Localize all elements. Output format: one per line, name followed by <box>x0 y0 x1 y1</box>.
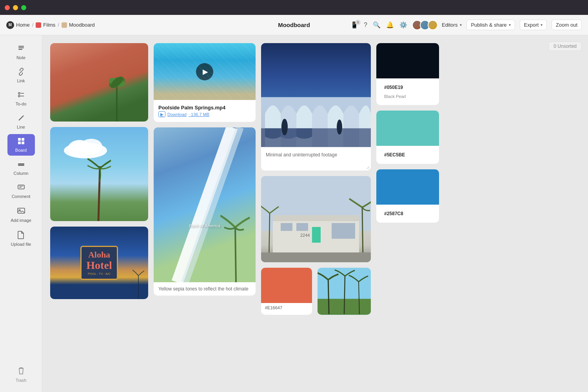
svg-rect-40 <box>332 223 355 239</box>
orange-swatch-card[interactable]: #E16647 <box>261 268 312 315</box>
svg-rect-44 <box>261 252 371 262</box>
device-badge: 0 <box>355 20 361 25</box>
sidebar-item-line[interactable]: Line <box>7 111 35 132</box>
sidebar-item-upload-file[interactable]: Upload file <box>6 227 36 250</box>
sidebar-item-board[interactable]: Board <box>7 134 35 156</box>
sidebar-item-link[interactable]: Link <box>7 65 35 86</box>
note-icon <box>17 45 25 54</box>
svg-rect-41 <box>312 227 321 243</box>
unsorted-badge: 0 Unsorted <box>548 42 582 51</box>
close-button[interactable] <box>5 5 10 10</box>
svg-rect-38 <box>281 223 292 231</box>
publish-share-button[interactable]: Publish & share ▾ <box>466 20 515 30</box>
bank-caption: Yellow sepia tones to reflect the hot cl… <box>154 282 256 296</box>
orange-swatch-block <box>261 268 312 303</box>
page-title: Moodboard <box>278 22 310 28</box>
black-pearl-swatch[interactable]: #050E19 Black Pearl <box>376 43 439 105</box>
sidebar-item-trash[interactable]: Trash <box>11 363 31 386</box>
svg-rect-10 <box>22 138 24 141</box>
palms-sky-card[interactable] <box>318 268 371 315</box>
trash-label: Trash <box>16 378 27 383</box>
breadcrumb-home[interactable]: M Home <box>6 21 30 29</box>
title-bar: M Home / Films / Moodboard Moodboard 📱0 … <box>0 15 588 35</box>
sidebar-item-note[interactable]: Note <box>7 42 35 63</box>
maximize-button[interactable] <box>21 5 26 10</box>
column-icon <box>17 160 25 169</box>
architecture-card[interactable]: Minimal and uninterrupted footage <box>261 43 371 171</box>
bank-building-card[interactable]: Bank of America Yellow sepia tones to re… <box>154 127 256 296</box>
aloha-hotel-card[interactable]: Aloha Hotel POOL · TV · A/C <box>50 227 148 299</box>
export-chevron-icon: ▾ <box>541 23 543 27</box>
sidebar-item-todo[interactable]: To-do <box>7 88 35 109</box>
svg-rect-13 <box>18 163 24 165</box>
column-1: Aloha Hotel POOL · TV · A/C <box>50 43 148 315</box>
editors-section[interactable]: Editors ▾ <box>412 20 462 30</box>
zoom-out-button[interactable]: Zoom out <box>552 20 582 30</box>
line-icon <box>17 114 25 123</box>
teal-hex: #5EC5BE <box>380 149 435 161</box>
publish-share-label: Publish & share <box>471 22 506 28</box>
comment-label: Comment <box>12 194 31 199</box>
svg-line-3 <box>20 71 22 73</box>
toolbar-icons: 📱0 ? 🔍 🔔 ⚙️ <box>350 21 407 29</box>
sidebar-item-comment[interactable]: Comment <box>7 180 35 202</box>
breadcrumb-films[interactable]: Films <box>36 22 55 28</box>
device-icon[interactable]: 📱0 <box>350 21 358 29</box>
upload-file-icon <box>17 230 25 240</box>
svg-rect-4 <box>18 93 20 94</box>
zoom-out-label: Zoom out <box>556 22 577 28</box>
export-button[interactable]: Export ▾ <box>520 20 547 30</box>
teal-swatch[interactable]: #5EC5BE <box>376 111 439 164</box>
video-card[interactable]: ▶ Poolside Palm Springs.mp4 ▶ Download ·… <box>154 43 256 122</box>
cloud-palm-image <box>50 127 148 221</box>
films-icon <box>36 22 41 28</box>
orange-swatch-label: #E16647 <box>261 303 312 312</box>
aloha-hotel-image: Aloha Hotel POOL · TV · A/C <box>50 227 148 299</box>
svg-rect-11 <box>18 142 21 144</box>
midcentury-image: 2244 <box>261 176 371 262</box>
add-image-label: Add image <box>11 218 31 223</box>
upload-file-label: Upload file <box>11 242 31 247</box>
svg-rect-2 <box>18 49 22 50</box>
settings-icon[interactable]: ⚙️ <box>399 21 407 29</box>
breadcrumb-sep-1: / <box>32 22 34 28</box>
svg-point-26 <box>80 139 102 154</box>
blue-block <box>376 169 439 205</box>
svg-line-8 <box>19 116 24 120</box>
breadcrumb-home-label: Home <box>16 22 30 28</box>
download-label: Download <box>167 112 187 117</box>
minimize-button[interactable] <box>13 5 18 10</box>
bank-text: Bank of America <box>189 223 220 228</box>
canvas: 0 Unsorted <box>42 35 588 392</box>
svg-rect-12 <box>22 142 24 144</box>
architecture-note: Minimal and uninterrupted footage <box>261 147 371 171</box>
title-right: 📱0 ? 🔍 🔔 ⚙️ Editors ▾ Publish & share ▾ … <box>350 20 582 30</box>
column-4: #050E19 Black Pearl #5EC5BE #2587C8 <box>376 43 439 315</box>
cloud-palm-card[interactable] <box>50 127 148 221</box>
midcentury-card[interactable]: 2244 <box>261 176 371 262</box>
breadcrumb-films-label: Films <box>43 22 55 28</box>
board-icon <box>17 137 25 146</box>
publish-chevron-icon: ▾ <box>509 23 511 27</box>
svg-rect-9 <box>18 138 21 141</box>
search-icon[interactable]: 🔍 <box>373 21 381 29</box>
svg-rect-15 <box>18 185 24 189</box>
column-3: Minimal and uninterrupted footage <box>261 43 371 315</box>
architecture-image <box>261 43 371 147</box>
link-icon <box>17 68 25 77</box>
line-label: Line <box>17 125 25 129</box>
breadcrumb-current[interactable]: Moodboard <box>62 22 95 28</box>
video-download-link[interactable]: ▶ Download · 136.7 MB <box>158 111 251 117</box>
help-icon[interactable]: ? <box>364 22 367 29</box>
sidebar-item-add-image[interactable]: Add image <box>6 203 36 226</box>
video-filename: Poolside Palm Springs.mp4 <box>158 105 251 111</box>
blue-swatch[interactable]: #2587C8 <box>376 169 439 223</box>
video-info: Poolside Palm Springs.mp4 ▶ Download · 1… <box>154 100 256 122</box>
file-size: · 136.7 MB <box>189 112 209 117</box>
svg-rect-18 <box>18 208 25 213</box>
svg-rect-14 <box>18 165 24 166</box>
export-label: Export <box>524 22 539 28</box>
sidebar-item-column[interactable]: Column <box>7 157 35 179</box>
coral-building-card[interactable] <box>50 43 148 122</box>
bell-icon[interactable]: 🔔 <box>386 21 394 29</box>
